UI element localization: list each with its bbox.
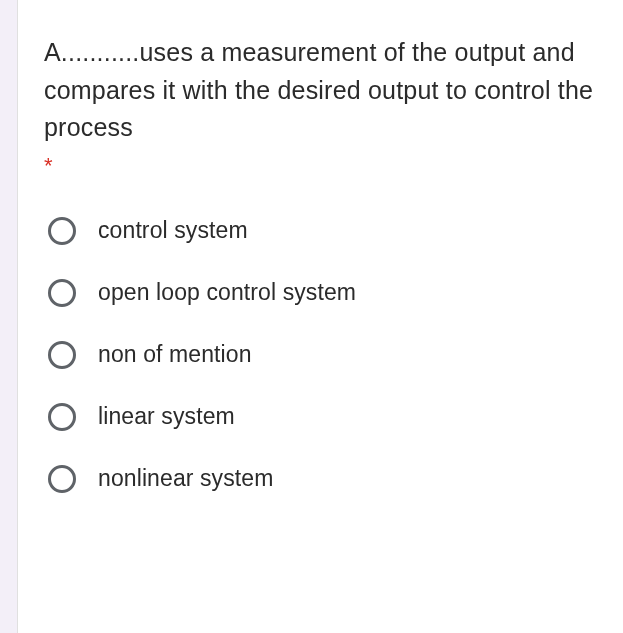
options-group: control system open loop control system … <box>44 217 597 493</box>
radio-icon <box>48 341 76 369</box>
question-card: A...........uses a measurement of the ou… <box>18 0 623 633</box>
radio-icon <box>48 279 76 307</box>
option-control-system[interactable]: control system <box>48 217 597 245</box>
option-label: control system <box>98 217 248 244</box>
option-label: open loop control system <box>98 279 356 306</box>
option-label: nonlinear system <box>98 465 273 492</box>
option-open-loop[interactable]: open loop control system <box>48 279 597 307</box>
option-label: linear system <box>98 403 235 430</box>
option-non-of-mention[interactable]: non of mention <box>48 341 597 369</box>
accent-edge <box>0 0 18 633</box>
radio-icon <box>48 217 76 245</box>
radio-icon <box>48 403 76 431</box>
radio-icon <box>48 465 76 493</box>
question-text: A...........uses a measurement of the ou… <box>44 34 597 147</box>
option-label: non of mention <box>98 341 252 368</box>
required-marker: * <box>44 155 597 177</box>
option-nonlinear-system[interactable]: nonlinear system <box>48 465 597 493</box>
option-linear-system[interactable]: linear system <box>48 403 597 431</box>
